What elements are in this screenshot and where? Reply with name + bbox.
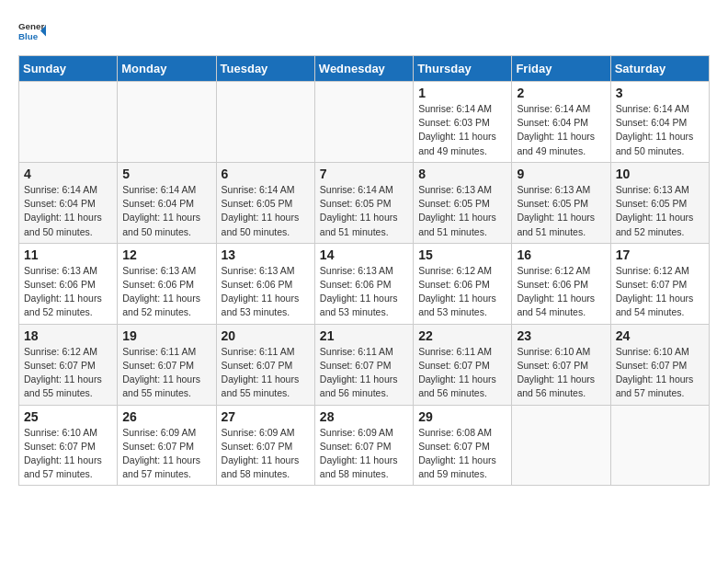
day-info: Sunrise: 6:14 AM Sunset: 6:03 PM Dayligh… <box>418 102 506 158</box>
day-info: Sunrise: 6:12 AM Sunset: 6:07 PM Dayligh… <box>616 264 704 320</box>
calendar-cell: 22Sunrise: 6:11 AM Sunset: 6:07 PM Dayli… <box>414 324 512 405</box>
weekday-header-wednesday: Wednesday <box>314 56 413 82</box>
calendar-cell: 26Sunrise: 6:09 AM Sunset: 6:07 PM Dayli… <box>118 405 216 486</box>
day-number: 3 <box>616 86 704 100</box>
day-info: Sunrise: 6:11 AM Sunset: 6:07 PM Dayligh… <box>222 345 310 401</box>
day-info: Sunrise: 6:12 AM Sunset: 6:06 PM Dayligh… <box>418 264 506 320</box>
calendar-cell: 7Sunrise: 6:14 AM Sunset: 6:05 PM Daylig… <box>314 162 413 243</box>
day-info: Sunrise: 6:12 AM Sunset: 6:07 PM Dayligh… <box>24 345 112 401</box>
calendar-cell: 2Sunrise: 6:14 AM Sunset: 6:04 PM Daylig… <box>512 82 610 163</box>
day-info: Sunrise: 6:14 AM Sunset: 6:04 PM Dayligh… <box>517 102 605 158</box>
day-info: Sunrise: 6:11 AM Sunset: 6:07 PM Dayligh… <box>320 345 408 401</box>
calendar-cell <box>216 82 314 163</box>
day-number: 15 <box>418 247 506 262</box>
day-info: Sunrise: 6:13 AM Sunset: 6:05 PM Dayligh… <box>616 183 704 239</box>
calendar-cell <box>314 82 413 163</box>
calendar-table: SundayMondayTuesdayWednesdayThursdayFrid… <box>18 55 710 486</box>
calendar-cell: 18Sunrise: 6:12 AM Sunset: 6:07 PM Dayli… <box>19 324 118 405</box>
day-info: Sunrise: 6:08 AM Sunset: 6:07 PM Dayligh… <box>418 426 506 482</box>
day-info: Sunrise: 6:13 AM Sunset: 6:06 PM Dayligh… <box>222 264 310 320</box>
day-info: Sunrise: 6:09 AM Sunset: 6:07 PM Dayligh… <box>122 426 210 482</box>
calendar-cell: 11Sunrise: 6:13 AM Sunset: 6:06 PM Dayli… <box>19 243 118 324</box>
day-info: Sunrise: 6:14 AM Sunset: 6:04 PM Dayligh… <box>24 183 112 239</box>
calendar-cell <box>118 82 216 163</box>
day-number: 25 <box>24 409 112 424</box>
day-info: Sunrise: 6:14 AM Sunset: 6:05 PM Dayligh… <box>222 183 310 239</box>
calendar-cell: 17Sunrise: 6:12 AM Sunset: 6:07 PM Dayli… <box>610 243 709 324</box>
calendar-cell: 4Sunrise: 6:14 AM Sunset: 6:04 PM Daylig… <box>19 162 118 243</box>
weekday-header-tuesday: Tuesday <box>216 56 314 82</box>
day-number: 12 <box>122 247 210 262</box>
calendar-cell: 28Sunrise: 6:09 AM Sunset: 6:07 PM Dayli… <box>314 405 413 486</box>
calendar-cell: 1Sunrise: 6:14 AM Sunset: 6:03 PM Daylig… <box>414 82 512 163</box>
day-number: 10 <box>616 167 704 181</box>
calendar-cell: 21Sunrise: 6:11 AM Sunset: 6:07 PM Dayli… <box>314 324 413 405</box>
day-info: Sunrise: 6:14 AM Sunset: 6:04 PM Dayligh… <box>616 102 704 158</box>
calendar-cell: 29Sunrise: 6:08 AM Sunset: 6:07 PM Dayli… <box>414 405 512 486</box>
day-info: Sunrise: 6:10 AM Sunset: 6:07 PM Dayligh… <box>517 345 605 401</box>
calendar-cell: 10Sunrise: 6:13 AM Sunset: 6:05 PM Dayli… <box>610 162 709 243</box>
week-row-1: 1Sunrise: 6:14 AM Sunset: 6:03 PM Daylig… <box>19 82 710 163</box>
calendar-cell: 16Sunrise: 6:12 AM Sunset: 6:06 PM Dayli… <box>512 243 610 324</box>
day-info: Sunrise: 6:13 AM Sunset: 6:06 PM Dayligh… <box>320 264 408 320</box>
day-info: Sunrise: 6:11 AM Sunset: 6:07 PM Dayligh… <box>122 345 210 401</box>
day-info: Sunrise: 6:10 AM Sunset: 6:07 PM Dayligh… <box>24 426 112 482</box>
week-row-2: 4Sunrise: 6:14 AM Sunset: 6:04 PM Daylig… <box>19 162 710 243</box>
weekday-header-saturday: Saturday <box>610 56 709 82</box>
svg-text:Blue: Blue <box>18 31 39 41</box>
day-number: 21 <box>320 328 408 343</box>
calendar-cell <box>19 82 118 163</box>
calendar-cell: 8Sunrise: 6:13 AM Sunset: 6:05 PM Daylig… <box>414 162 512 243</box>
day-info: Sunrise: 6:14 AM Sunset: 6:04 PM Dayligh… <box>122 183 210 239</box>
day-number: 23 <box>517 328 605 343</box>
logo: General Blue <box>18 18 46 46</box>
logo-icon: General Blue <box>18 18 46 46</box>
calendar-cell: 14Sunrise: 6:13 AM Sunset: 6:06 PM Dayli… <box>314 243 413 324</box>
day-number: 4 <box>24 167 112 181</box>
weekday-header-monday: Monday <box>118 56 216 82</box>
day-info: Sunrise: 6:14 AM Sunset: 6:05 PM Dayligh… <box>320 183 408 239</box>
day-number: 2 <box>517 86 605 100</box>
calendar-cell: 12Sunrise: 6:13 AM Sunset: 6:06 PM Dayli… <box>118 243 216 324</box>
calendar-cell: 27Sunrise: 6:09 AM Sunset: 6:07 PM Dayli… <box>216 405 314 486</box>
calendar-cell: 23Sunrise: 6:10 AM Sunset: 6:07 PM Dayli… <box>512 324 610 405</box>
calendar-cell: 13Sunrise: 6:13 AM Sunset: 6:06 PM Dayli… <box>216 243 314 324</box>
day-number: 8 <box>418 167 506 181</box>
day-number: 18 <box>24 328 112 343</box>
page-header: General Blue <box>18 18 710 46</box>
weekday-header-sunday: Sunday <box>19 56 118 82</box>
day-number: 1 <box>418 86 506 100</box>
weekday-header-friday: Friday <box>512 56 610 82</box>
day-number: 28 <box>320 409 408 424</box>
day-number: 9 <box>517 167 605 181</box>
calendar-cell: 5Sunrise: 6:14 AM Sunset: 6:04 PM Daylig… <box>118 162 216 243</box>
week-row-4: 18Sunrise: 6:12 AM Sunset: 6:07 PM Dayli… <box>19 324 710 405</box>
day-info: Sunrise: 6:09 AM Sunset: 6:07 PM Dayligh… <box>222 426 310 482</box>
calendar-cell: 9Sunrise: 6:13 AM Sunset: 6:05 PM Daylig… <box>512 162 610 243</box>
calendar-cell: 6Sunrise: 6:14 AM Sunset: 6:05 PM Daylig… <box>216 162 314 243</box>
day-info: Sunrise: 6:09 AM Sunset: 6:07 PM Dayligh… <box>320 426 408 482</box>
weekday-header-row: SundayMondayTuesdayWednesdayThursdayFrid… <box>19 56 710 82</box>
day-info: Sunrise: 6:13 AM Sunset: 6:05 PM Dayligh… <box>418 183 506 239</box>
calendar-cell <box>610 405 709 486</box>
day-number: 27 <box>222 409 310 424</box>
day-number: 5 <box>122 167 210 181</box>
day-number: 22 <box>418 328 506 343</box>
day-number: 6 <box>222 167 310 181</box>
day-info: Sunrise: 6:11 AM Sunset: 6:07 PM Dayligh… <box>418 345 506 401</box>
day-number: 14 <box>320 247 408 262</box>
day-number: 13 <box>222 247 310 262</box>
day-number: 7 <box>320 167 408 181</box>
calendar-cell: 15Sunrise: 6:12 AM Sunset: 6:06 PM Dayli… <box>414 243 512 324</box>
day-number: 29 <box>418 409 506 424</box>
day-info: Sunrise: 6:13 AM Sunset: 6:05 PM Dayligh… <box>517 183 605 239</box>
calendar-cell: 25Sunrise: 6:10 AM Sunset: 6:07 PM Dayli… <box>19 405 118 486</box>
calendar-cell: 24Sunrise: 6:10 AM Sunset: 6:07 PM Dayli… <box>610 324 709 405</box>
day-info: Sunrise: 6:13 AM Sunset: 6:06 PM Dayligh… <box>122 264 210 320</box>
week-row-3: 11Sunrise: 6:13 AM Sunset: 6:06 PM Dayli… <box>19 243 710 324</box>
day-number: 17 <box>616 247 704 262</box>
calendar-cell: 20Sunrise: 6:11 AM Sunset: 6:07 PM Dayli… <box>216 324 314 405</box>
day-info: Sunrise: 6:12 AM Sunset: 6:06 PM Dayligh… <box>517 264 605 320</box>
day-info: Sunrise: 6:13 AM Sunset: 6:06 PM Dayligh… <box>24 264 112 320</box>
day-number: 16 <box>517 247 605 262</box>
